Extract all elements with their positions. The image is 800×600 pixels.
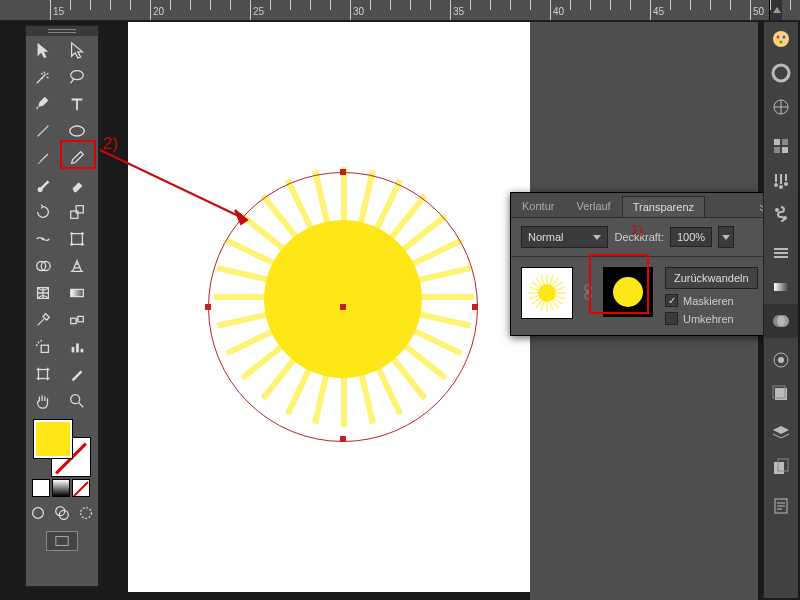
svg-line-43 bbox=[529, 296, 539, 299]
screen-mode-button[interactable] bbox=[46, 531, 78, 551]
svg-point-77 bbox=[778, 357, 784, 363]
ruler-number: 30 bbox=[353, 6, 364, 17]
fill-swatch[interactable] bbox=[34, 420, 72, 458]
dock-transparency-icon[interactable] bbox=[764, 304, 798, 338]
horizontal-ruler: 1520253035404550 bbox=[0, 0, 800, 21]
selection-handle[interactable] bbox=[472, 304, 478, 310]
color-mode-button[interactable] bbox=[32, 479, 50, 497]
selection-center[interactable] bbox=[340, 304, 346, 310]
right-dock[interactable] bbox=[763, 22, 798, 598]
dock-gradient-icon[interactable] bbox=[764, 270, 798, 304]
dock-appearance-icon[interactable] bbox=[764, 343, 798, 377]
svg-point-54 bbox=[538, 284, 556, 302]
svg-line-47 bbox=[536, 278, 542, 286]
svg-line-37 bbox=[552, 300, 558, 308]
svg-point-12 bbox=[81, 243, 84, 246]
draw-normal-button[interactable] bbox=[26, 501, 50, 525]
svg-point-29 bbox=[33, 508, 44, 519]
symbol-sprayer-tool[interactable] bbox=[26, 333, 60, 360]
transparency-panel[interactable]: Kontur Verlauf Transparenz Normal Deckkr… bbox=[510, 192, 790, 336]
ruler-number: 35 bbox=[453, 6, 464, 17]
invert-checkbox[interactable]: Umkehren bbox=[665, 312, 758, 325]
fill-stroke-swatch[interactable] bbox=[34, 420, 89, 475]
perspective-grid-tool[interactable] bbox=[60, 252, 94, 279]
shape-builder-tool[interactable] bbox=[26, 252, 60, 279]
dock-artboards-icon[interactable] bbox=[764, 450, 798, 484]
selection-handle[interactable] bbox=[340, 436, 346, 442]
free-transform-tool[interactable] bbox=[60, 225, 94, 252]
eyedropper-tool[interactable] bbox=[26, 306, 60, 333]
dock-links-icon[interactable] bbox=[764, 489, 798, 523]
gradient-tool[interactable] bbox=[60, 279, 94, 306]
line-tool[interactable] bbox=[26, 117, 60, 144]
scale-tool[interactable] bbox=[60, 198, 94, 225]
dock-kuler-icon[interactable] bbox=[764, 90, 798, 124]
tools-panel-grip[interactable] bbox=[26, 26, 98, 36]
type-tool[interactable] bbox=[60, 90, 94, 117]
release-mask-button[interactable]: Zurückwandeln bbox=[665, 267, 758, 289]
lasso-tool[interactable] bbox=[60, 63, 94, 90]
svg-line-50 bbox=[550, 275, 553, 285]
paintbrush-tool[interactable] bbox=[26, 144, 60, 171]
selection-handle[interactable] bbox=[340, 169, 346, 175]
blend-mode-value: Normal bbox=[528, 231, 563, 243]
svg-rect-6 bbox=[76, 205, 83, 212]
artwork-thumbnail[interactable] bbox=[521, 267, 573, 319]
dock-swatches-icon[interactable] bbox=[764, 129, 798, 163]
mask-checkbox[interactable]: ✓Maskieren bbox=[665, 294, 758, 307]
dock-graphic-styles-icon[interactable] bbox=[764, 377, 798, 411]
mesh-tool[interactable] bbox=[26, 279, 60, 306]
dock-color-icon[interactable] bbox=[764, 22, 798, 56]
svg-rect-67 bbox=[782, 147, 788, 153]
none-mode-button[interactable] bbox=[72, 479, 90, 497]
opacity-input[interactable]: 100% bbox=[670, 227, 712, 247]
tools-panel[interactable] bbox=[25, 25, 99, 587]
opacity-stepper[interactable] bbox=[718, 226, 734, 248]
pen-tool[interactable] bbox=[26, 90, 60, 117]
ruler-number: 50 bbox=[753, 6, 764, 17]
blend-tool[interactable] bbox=[60, 306, 94, 333]
svg-point-7 bbox=[42, 237, 45, 240]
annotation-tool-label: 2) bbox=[103, 134, 118, 154]
svg-rect-16 bbox=[71, 289, 84, 296]
svg-point-20 bbox=[38, 341, 40, 343]
direct-selection-tool[interactable] bbox=[60, 36, 94, 63]
svg-rect-64 bbox=[774, 139, 780, 145]
draw-inside-button[interactable] bbox=[74, 501, 98, 525]
selection-tool[interactable] bbox=[26, 36, 60, 63]
blend-mode-dropdown[interactable]: Normal bbox=[521, 226, 608, 248]
zoom-tool[interactable] bbox=[60, 387, 94, 414]
dock-brushes-icon[interactable] bbox=[764, 163, 798, 197]
tab-kontur[interactable]: Kontur bbox=[511, 195, 565, 217]
hand-tool[interactable] bbox=[26, 387, 60, 414]
tab-transparenz[interactable]: Transparenz bbox=[622, 196, 705, 217]
ruler-number: 25 bbox=[253, 6, 264, 17]
svg-point-71 bbox=[775, 208, 779, 212]
selection-handle[interactable] bbox=[205, 304, 211, 310]
svg-point-58 bbox=[773, 31, 789, 47]
dock-layers-icon[interactable] bbox=[764, 416, 798, 450]
svg-point-11 bbox=[70, 243, 73, 246]
svg-line-40 bbox=[541, 302, 544, 312]
dock-stroke-icon[interactable] bbox=[764, 236, 798, 270]
svg-line-38 bbox=[550, 302, 553, 312]
dock-symbols-icon[interactable] bbox=[764, 197, 798, 231]
ruler-number: 20 bbox=[153, 6, 164, 17]
tab-verlauf[interactable]: Verlauf bbox=[565, 195, 621, 217]
eraser-tool[interactable] bbox=[60, 171, 94, 198]
artboard[interactable] bbox=[128, 22, 530, 592]
pencil-tool[interactable] bbox=[60, 144, 94, 171]
ruler-number: 45 bbox=[653, 6, 664, 17]
ellipse-tool[interactable] bbox=[60, 117, 94, 144]
dock-color-guide-icon[interactable] bbox=[764, 56, 798, 90]
draw-behind-button[interactable] bbox=[50, 501, 74, 525]
blob-brush-tool[interactable] bbox=[26, 171, 60, 198]
rotate-tool[interactable] bbox=[26, 198, 60, 225]
gradient-mode-button[interactable] bbox=[52, 479, 70, 497]
slice-tool[interactable] bbox=[60, 360, 94, 387]
artboard-tool[interactable] bbox=[26, 360, 60, 387]
svg-line-51 bbox=[552, 278, 558, 286]
magic-wand-tool[interactable] bbox=[26, 63, 60, 90]
column-graph-tool[interactable] bbox=[60, 333, 94, 360]
width-tool[interactable] bbox=[26, 225, 60, 252]
